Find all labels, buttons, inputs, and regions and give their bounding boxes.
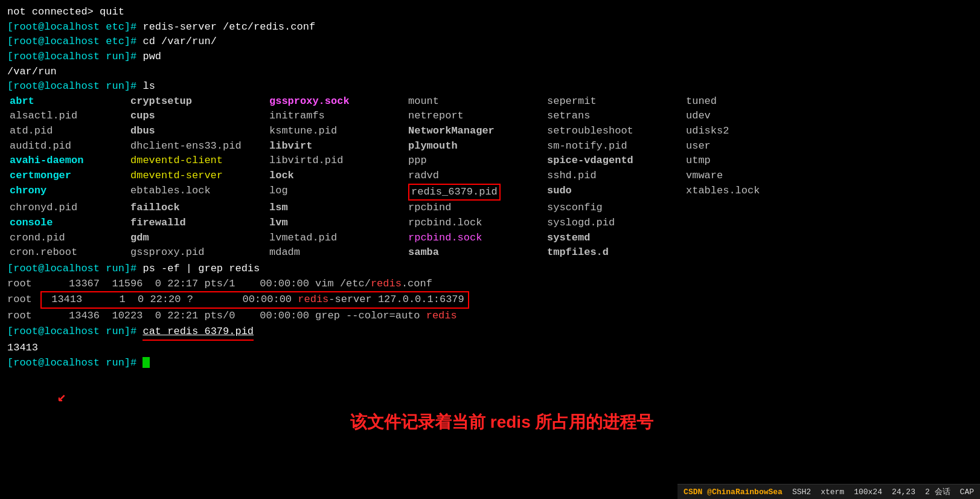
ps-row-redis: root 13413 1 0 22:20 ? 00:00:00 redis-se…: [7, 291, 973, 309]
ls-item: initramfs: [267, 109, 406, 124]
ls-item: atd.pid: [7, 124, 128, 139]
ls-item: rpcbind: [406, 201, 545, 216]
ls-item: libvirtd.pid: [267, 153, 406, 169]
ls-item: dmeventd-server: [128, 169, 267, 184]
ls-item: xtables.lock: [684, 184, 804, 201]
ls-item: certmonger: [7, 169, 128, 184]
command: redis-server /etc/redis.conf: [143, 21, 315, 33]
ls-item: log: [267, 184, 406, 201]
ls-item: syslogd.pid: [545, 216, 684, 231]
line-var-run: /var/run: [7, 65, 973, 80]
statusbar-term: xterm: [821, 488, 844, 497]
ls-item: gdm: [128, 231, 267, 246]
ls-item: samba: [406, 245, 545, 260]
ls-item: netreport: [406, 109, 545, 124]
statusbar-pos: 24,23: [892, 488, 915, 497]
ls-item: crond.pid: [7, 231, 128, 246]
ls-output: abrt cryptsetup gssproxy.sock mount sepe…: [7, 94, 973, 260]
ps-row-vim: root 13367 11596 0 22:17 pts/1 00:00:00 …: [7, 277, 973, 292]
ls-item: redis_6379.pid: [406, 184, 545, 201]
prompt: [root@localhost etc]#: [7, 36, 143, 47]
line-redis-server: [root@localhost etc]# redis-server /etc/…: [7, 20, 973, 35]
line-text: not connected> quit: [7, 6, 124, 18]
prompt: [root@localhost run]#: [7, 357, 143, 369]
ls-item: gssproxy.pid: [128, 245, 267, 260]
ls-item: sudo: [545, 184, 684, 201]
ps-row-grep: root 13436 10223 0 22:21 pts/0 00:00:00 …: [7, 309, 973, 324]
line-ls: [root@localhost run]# ls: [7, 79, 973, 94]
arrow-indicator: ↙: [57, 388, 66, 405]
line-pwd: [root@localhost run]# pwd: [7, 50, 973, 65]
prompt: [root@localhost run]#: [7, 326, 143, 337]
ls-item: dhclient-ens33.pid: [128, 139, 267, 154]
ls-item: setroubleshoot: [545, 124, 684, 139]
ls-item: vmware: [684, 169, 804, 184]
ps-cell: root 13436 10223 0 22:21 pts/0 00:00:00 …: [7, 310, 457, 321]
prompt: [root@localhost etc]#: [7, 21, 143, 33]
ls-item: rpcbind.lock: [406, 216, 545, 231]
ls-item: [684, 216, 804, 231]
command: pwd: [143, 51, 161, 62]
ls-item: auditd.pid: [7, 139, 128, 154]
command: cd /var/run/: [143, 36, 216, 47]
prompt: [root@localhost run]#: [7, 51, 143, 62]
ls-item: [684, 201, 804, 216]
line-final-prompt: [root@localhost run]#: [7, 356, 973, 371]
ls-item: dbus: [128, 124, 267, 139]
ls-item: NetworkManager: [406, 124, 545, 139]
ls-item: systemd: [545, 231, 684, 246]
ls-item: abrt: [7, 94, 128, 109]
ls-item: [684, 245, 804, 260]
ls-item: [684, 231, 804, 246]
line-ps: [root@localhost run]# ps -ef | grep redi…: [7, 262, 973, 277]
command: ps -ef | grep redis: [143, 263, 260, 274]
ls-item: cryptsetup: [128, 94, 267, 109]
statusbar-size: 100x24: [854, 488, 882, 497]
pid-value: 13413: [7, 342, 38, 353]
ls-item: udisks2: [684, 124, 804, 139]
ls-item: cups: [128, 109, 267, 124]
ls-item: dmeventd-client: [128, 153, 267, 169]
ls-item: console: [7, 216, 128, 231]
statusbar-ssh: SSH2: [792, 488, 811, 497]
ps-user: root: [7, 292, 40, 307]
ls-item: user: [684, 139, 804, 154]
cat-command: cat redis_6379.pid: [143, 324, 254, 341]
ls-item: lvmetad.pid: [267, 231, 406, 246]
ls-item: udev: [684, 109, 804, 124]
ls-item: tuned: [684, 94, 804, 109]
ls-item: sshd.pid: [545, 169, 684, 184]
ls-item: gssproxy.sock: [267, 94, 406, 109]
ls-item: lock: [267, 169, 406, 184]
statusbar: CSDN @ChinaRainbowSea SSH2 xterm 100x24 …: [677, 484, 980, 499]
line-cd: [root@localhost etc]# cd /var/run/: [7, 34, 973, 50]
ls-item: sm-notify.pid: [545, 139, 684, 154]
prompt: [root@localhost run]#: [7, 263, 143, 274]
statusbar-caps: CAP: [960, 488, 974, 497]
terminal: not connected> quit [root@localhost etc]…: [0, 0, 980, 375]
ls-item: ppp: [406, 153, 545, 169]
ls-item: avahi-daemon: [7, 153, 128, 169]
line-pid-result: 13413: [7, 341, 973, 356]
ps-redis-box: 13413 1 0 22:20 ? 00:00:00 redis-server …: [40, 291, 469, 309]
ps-cell: root 13367 11596 0 22:17 pts/1 00:00:00 …: [7, 278, 432, 289]
ls-item: lsm: [267, 201, 406, 216]
ls-item: setrans: [545, 109, 684, 124]
ls-item: sysconfig: [545, 201, 684, 216]
ls-item: cron.reboot: [7, 245, 128, 260]
ls-item: chronyd.pid: [7, 201, 128, 216]
redis-pid-box: redis_6379.pid: [408, 184, 501, 201]
ls-item: mount: [406, 94, 545, 109]
statusbar-sessions: 2 会话: [925, 486, 950, 497]
ls-item: tmpfiles.d: [545, 245, 684, 260]
annotation-text: 该文件记录着当前 redis 所占用的进程号: [350, 411, 653, 434]
statusbar-brand: CSDN @ChinaRainbowSea: [684, 488, 783, 497]
ls-item: spice-vdagentd: [545, 153, 684, 169]
ls-item: alsactl.pid: [7, 109, 128, 124]
path-output: /var/run: [7, 66, 57, 77]
ls-item: rpcbind.sock: [406, 231, 545, 246]
ls-item: radvd: [406, 169, 545, 184]
ls-item: chrony: [7, 184, 128, 201]
prompt: [root@localhost run]#: [7, 80, 143, 92]
ls-item: sepermit: [545, 94, 684, 109]
